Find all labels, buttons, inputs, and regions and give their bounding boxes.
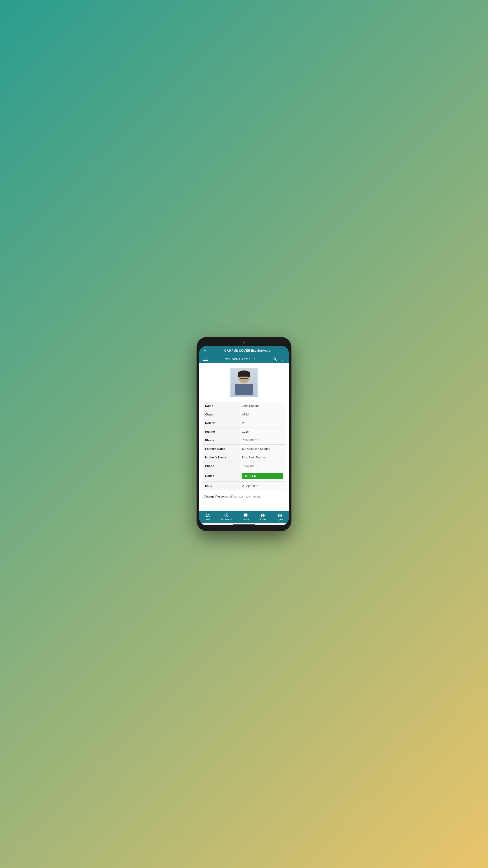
notice-icon (243, 513, 248, 518)
nav-item-users[interactable]: Users (203, 513, 212, 521)
row-value: Mrs. Aarti Sharma (240, 453, 285, 462)
homework-label: Homework (221, 518, 232, 521)
student-head (238, 372, 250, 383)
row-value: 2 (240, 419, 285, 428)
home-bar (233, 524, 255, 525)
row-value: 7004680810 (240, 462, 285, 470)
row-label: DOB (203, 482, 240, 490)
logout-label: Logout (276, 518, 284, 521)
change-password-label: Change Password (If you want to change) (204, 495, 284, 498)
student-figure (230, 368, 258, 397)
table-row: HouseGREEN (203, 470, 285, 482)
nav-item-notice[interactable]: Notice (240, 513, 251, 521)
table-row: Mother's NameMrs. Aarti Sharma (203, 453, 285, 462)
student-body (235, 384, 253, 395)
table-row: reg_no1226 (203, 428, 285, 436)
notice-label: Notice (242, 518, 249, 521)
row-label: Name (203, 402, 240, 410)
phone-screen: ← CAMPUS COVER Erp Software STUDENT PROF… (199, 346, 289, 525)
users-icon (205, 513, 210, 518)
screen-title: STUDENT PROFILE (208, 358, 273, 361)
row-label: Mother's Name (203, 453, 240, 462)
row-value: Jatin Sharma (240, 402, 285, 410)
profile-label: Profile (260, 518, 266, 521)
table-row: ClassANM (203, 410, 285, 419)
house-badge: GREEN (242, 473, 283, 479)
change-password-hint: (If you want to change) (230, 495, 260, 498)
nav-item-homework[interactable]: Homework (219, 513, 234, 521)
row-label: House (203, 470, 240, 482)
profile-icon (260, 513, 265, 518)
more-options-icon[interactable] (281, 357, 285, 362)
table-row: DOB28 Apr 2002 (203, 482, 285, 490)
row-value: GREEN (240, 470, 285, 482)
row-value: Mr. Ashutosh Sharma (240, 445, 285, 453)
password-section: Change Password (If you want to change) … (203, 495, 285, 511)
users-label: Users (204, 518, 210, 521)
student-photo (230, 368, 258, 397)
homework-icon (224, 513, 229, 518)
row-label: reg_no (203, 428, 240, 436)
search-icon[interactable] (273, 357, 278, 362)
row-value: 7004680810 (240, 436, 285, 445)
logout-icon (278, 513, 282, 518)
hamburger-menu[interactable] (203, 358, 208, 361)
row-value: ANM (240, 410, 285, 419)
nav-icons (273, 357, 285, 362)
table-row: NameJatin Sharma (203, 402, 285, 410)
bottom-nav: Users Homework Notice Profile (199, 511, 289, 523)
row-label: Class (203, 410, 240, 419)
app-title: CAMPUS COVER Erp Software (210, 349, 285, 352)
nav-item-logout[interactable]: Logout (275, 513, 285, 521)
row-label: Phone (203, 462, 240, 470)
table-row: Phone.7004680810 (203, 436, 285, 445)
table-row: Roll No.2 (203, 419, 285, 428)
row-label: Roll No. (203, 419, 240, 428)
row-value: 1226 (240, 428, 285, 436)
row-label: Phone. (203, 436, 240, 445)
content-area: NameJatin SharmaClassANMRoll No.2reg_no1… (199, 363, 289, 511)
camera (242, 341, 246, 344)
row-label: Father's Name (203, 445, 240, 453)
table-row: Phone7004680810 (203, 462, 285, 470)
title-bar: ← CAMPUS COVER Erp Software (199, 346, 289, 355)
avatar-section (203, 368, 285, 397)
row-value: 28 Apr 2002 (240, 482, 285, 490)
profile-table: NameJatin SharmaClassANMRoll No.2reg_no1… (203, 402, 285, 490)
nav-item-profile[interactable]: Profile (258, 513, 268, 521)
back-button[interactable]: ← (203, 348, 207, 353)
nav-bar: STUDENT PROFILE (199, 355, 289, 363)
phone-frame: ← CAMPUS COVER Erp Software STUDENT PROF… (197, 337, 291, 531)
table-row: Father's NameMr. Ashutosh Sharma (203, 445, 285, 453)
change-password-input[interactable] (204, 500, 284, 509)
student-glasses (240, 376, 248, 379)
